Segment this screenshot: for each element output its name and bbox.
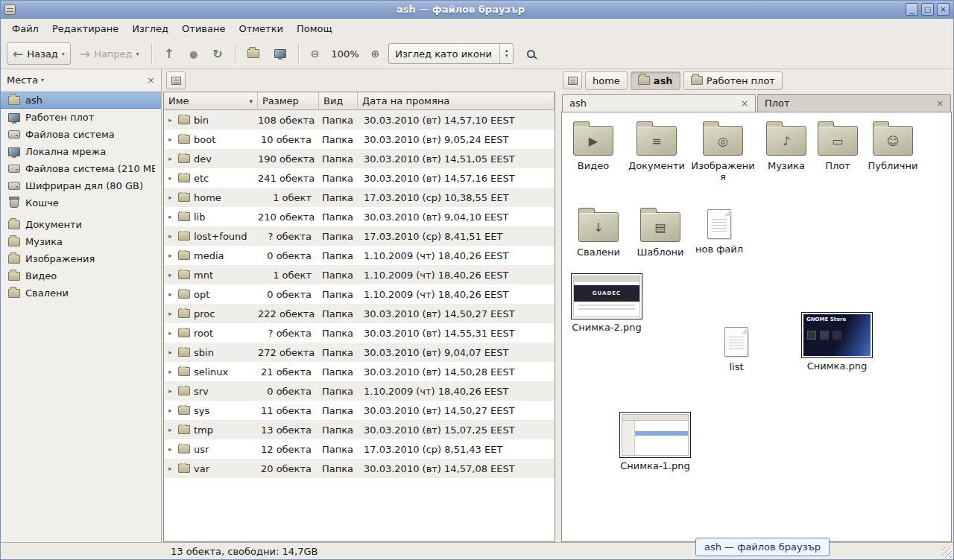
file-item[interactable]: list [714,324,759,372]
column-header-date[interactable]: Дата на промяна [358,92,555,110]
tab-close-button[interactable]: × [936,98,944,109]
forward-dropdown-icon[interactable]: ▾ [136,51,139,57]
expander-icon[interactable]: ▸ [166,329,174,337]
expander-icon[interactable]: ▸ [166,445,174,453]
maximize-button[interactable]: □ [921,3,934,16]
pathbar-root-button[interactable] [563,71,582,89]
resize-grip[interactable] [941,547,952,558]
expander-icon[interactable]: ▸ [166,465,174,472]
sidebar-item[interactable]: Файлова система [1,126,161,143]
combo-spinner-icon[interactable]: ▴ ▾ [499,44,513,63]
zoom-out-button[interactable]: ⊖ [305,42,326,65]
tab-close-button[interactable]: × [741,98,748,109]
folder-item[interactable]: ♪Музика [760,120,812,171]
expander-icon[interactable]: ▸ [166,407,174,414]
file-item[interactable]: нов файл [695,206,744,255]
computer-button[interactable] [268,42,292,65]
file-row[interactable]: ▸home1 обектПапка17.03.2010 (ср) 10,38,5… [164,188,555,207]
folder-item[interactable]: ☺Публични [864,120,922,171]
sidebar-item[interactable]: Документи [1,216,161,233]
sidebar-item[interactable]: Музика [1,233,161,250]
expander-icon[interactable]: ▸ [166,174,174,182]
expander-icon[interactable]: ▸ [166,426,174,433]
minimize-button[interactable]: _ [906,3,918,16]
expander-icon[interactable]: ▸ [166,310,174,317]
expander-icon[interactable]: ▸ [166,290,174,298]
menu-view[interactable]: Изглед [125,20,175,37]
file-row[interactable]: ▸bin108 обектаПапка30.03.2010 (вт) 14,57… [164,110,555,130]
expander-icon[interactable]: ▸ [166,252,174,259]
image-item[interactable]: GNOME StoreСнимка.png [797,312,876,372]
up-button[interactable]: ↑ [158,42,180,65]
sidebar-item[interactable]: Видео [1,267,161,284]
file-row[interactable]: ▸proc222 обектаПапка30.03.2010 (вт) 14,5… [164,304,555,323]
titlebar[interactable]: ash — файлов браузър _ □ × [1,1,953,19]
file-row[interactable]: ▸root? обектаПапка30.03.2010 (вт) 14,55,… [164,323,555,343]
column-header-type[interactable]: Вид [319,92,358,110]
file-row[interactable]: ▸sbin272 обектаПапка30.03.2010 (вт) 9,04… [164,343,555,362]
home-button[interactable] [241,42,265,65]
sidebar-item[interactable]: ash [1,92,161,109]
expander-icon[interactable]: ▸ [166,232,174,240]
path-button[interactable]: home [585,71,628,90]
places-chevron-icon[interactable]: ▾ [41,77,44,83]
expander-icon[interactable]: ▸ [166,136,174,143]
expander-icon[interactable]: ▸ [166,155,174,162]
expander-icon[interactable]: ▸ [166,368,174,375]
file-row[interactable]: ▸selinux21 обектаПапка30.03.2010 (вт) 14… [164,362,555,381]
file-row[interactable]: ▸boot10 обектаПапка30.03.2010 (вт) 9,05,… [164,130,555,149]
tab-ash[interactable]: ash× [562,94,756,112]
expander-icon[interactable]: ▸ [166,349,174,356]
file-row[interactable]: ▸opt0 обектаПапка1.10.2009 (чт) 18,40,26… [164,284,555,304]
path-button[interactable]: Работен плот [683,71,783,90]
tree-pane-location-button[interactable] [166,71,186,89]
folder-item[interactable]: ▶Видео [568,120,619,171]
file-row[interactable]: ▸dev190 обектаПапка30.03.2010 (вт) 14,51… [164,149,555,168]
sidebar-item[interactable]: Файлова система (210 MB) [1,160,161,177]
file-row[interactable]: ▸lib210 обектаПапка30.03.2010 (вт) 9,04,… [164,207,555,226]
image-item[interactable]: Снимка-1.png [616,412,695,471]
file-row[interactable]: ▸etc241 обектаПапка30.03.2010 (вт) 14,57… [164,168,555,188]
menu-edit[interactable]: Редактиране [45,20,125,37]
column-header-size[interactable]: Размер [258,92,319,110]
stop-button[interactable]: ● [183,42,203,65]
file-row[interactable]: ▸var20 обектаПапка30.03.2010 (вт) 14,57,… [164,459,555,478]
menu-bookmarks[interactable]: Отметки [232,20,289,37]
close-button[interactable]: × [937,3,950,16]
file-row[interactable]: ▸tmp13 обектаПапка30.03.2010 (вт) 15,07,… [164,420,555,439]
file-row[interactable]: ▸mnt1 обектПапка1.10.2009 (чт) 18,40,26 … [164,265,555,284]
view-mode-select[interactable]: Изглед като икони ▴ ▾ [388,43,514,64]
expander-icon[interactable]: ▸ [166,271,174,279]
file-row[interactable]: ▸srv0 обектаПапка1.10.2009 (чт) 18,40,26… [164,381,555,401]
expander-icon[interactable]: ▸ [166,387,174,395]
forward-button[interactable]: → Напред ▾ [74,42,145,65]
column-header-name[interactable]: Име ▾ [164,92,258,110]
image-item[interactable]: GUADECСнимка-2.png [568,273,645,333]
places-close-button[interactable]: × [147,74,155,86]
back-dropdown-icon[interactable]: ▾ [62,51,65,57]
file-row[interactable]: ▸media0 обектаПапка1.10.2009 (чт) 18,40,… [164,246,555,265]
sidebar-item[interactable]: Работен плот [1,109,161,126]
expander-icon[interactable]: ▸ [166,116,174,124]
expander-icon[interactable]: ▸ [166,213,174,220]
file-row[interactable]: ▸usr12 обектаПапка17.03.2010 (ср) 8,51,4… [164,439,555,459]
zoom-in-button[interactable]: ⊕ [365,42,386,65]
expander-icon[interactable]: ▸ [166,194,174,201]
back-button[interactable]: ← Назад ▾ [7,42,71,65]
folder-item[interactable]: ▤Шаблони [632,206,689,258]
menu-help[interactable]: Помощ [290,20,339,37]
reload-button[interactable]: ↻ [206,42,228,65]
menu-go[interactable]: Отиване [175,20,232,37]
sidebar-item[interactable]: Свалени [1,284,161,302]
search-button[interactable] [521,42,541,65]
folder-item[interactable]: ↓Свалени [571,206,626,258]
sidebar-item[interactable]: Кошче [1,194,161,211]
tab-Плот[interactable]: Плот× [757,94,951,112]
file-row[interactable]: ▸lost+found? обектаПапка17.03.2010 (ср) … [164,226,555,246]
folder-item[interactable]: ▭Плот [815,120,860,171]
file-row[interactable]: ▸sys11 обектаПапка30.03.2010 (вт) 14,50,… [164,401,555,420]
sidebar-item[interactable]: Локална мрежа [1,143,161,160]
folder-item[interactable]: ◎Изображения [690,120,756,182]
folder-item[interactable]: ≡Документи [625,120,689,171]
sidebar-item[interactable]: Шифриран дял (80 GB) [1,177,161,194]
